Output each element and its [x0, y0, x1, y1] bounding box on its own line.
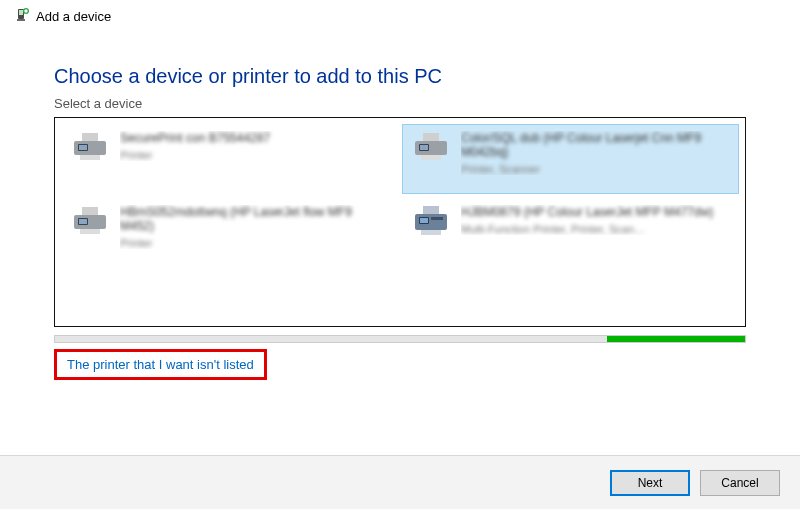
- svg-rect-19: [79, 219, 87, 224]
- printer-icon: [411, 131, 451, 163]
- mfp-printer-icon: [411, 205, 451, 237]
- device-type: Multi-Function Printer, Printer, Scan…: [461, 223, 730, 235]
- printer-icon: [70, 131, 110, 163]
- svg-rect-21: [423, 206, 439, 214]
- window-title: Add a device: [36, 9, 111, 24]
- not-listed-row: The printer that I want isn't listed: [54, 349, 746, 380]
- device-name: HJBM0879 (HP Colour LaserJet MFP M477dw): [461, 205, 730, 219]
- device-name: Color/SQL dub (HP Colour Laserjet Cnn MF…: [461, 131, 730, 159]
- svg-rect-10: [80, 155, 100, 160]
- device-list: SecurePrint con B75544287 Printer Color/…: [54, 117, 746, 327]
- svg-rect-5: [24, 11, 28, 12]
- svg-rect-25: [431, 217, 443, 220]
- svg-rect-24: [420, 218, 428, 223]
- page-subheading: Select a device: [54, 96, 746, 111]
- printer-not-listed-link[interactable]: The printer that I want isn't listed: [67, 357, 254, 372]
- device-type: Printer, Scanner: [461, 163, 730, 175]
- progress-fill: [607, 336, 745, 342]
- svg-rect-9: [79, 145, 87, 150]
- svg-rect-1: [19, 10, 23, 15]
- svg-rect-16: [82, 207, 98, 215]
- device-item[interactable]: HJBM0879 (HP Colour LaserJet MFP M477dw)…: [402, 198, 739, 268]
- svg-rect-26: [421, 230, 441, 235]
- device-item-selected[interactable]: Color/SQL dub (HP Colour Laserjet Cnn MF…: [402, 124, 739, 194]
- device-name: SecurePrint con B75544287: [120, 131, 389, 145]
- svg-rect-2: [17, 19, 25, 21]
- svg-rect-15: [421, 155, 441, 160]
- content-area: Choose a device or printer to add to thi…: [0, 33, 800, 380]
- svg-rect-14: [420, 145, 428, 150]
- device-text: HBmS052mdottwnq (HP LaserJet flow MF9 M4…: [120, 205, 389, 249]
- dialog-footer: Next Cancel: [0, 455, 800, 509]
- device-type: Printer: [120, 237, 389, 249]
- next-button[interactable]: Next: [610, 470, 690, 496]
- search-progress-bar: [54, 335, 746, 343]
- svg-rect-11: [423, 133, 439, 141]
- device-text: SecurePrint con B75544287 Printer: [120, 131, 389, 161]
- title-bar: Add a device: [0, 0, 800, 33]
- svg-rect-20: [80, 229, 100, 234]
- device-item[interactable]: HBmS052mdottwnq (HP LaserJet flow MF9 M4…: [61, 198, 398, 268]
- svg-rect-6: [82, 133, 98, 141]
- device-wizard-icon: [14, 8, 30, 24]
- device-text: Color/SQL dub (HP Colour Laserjet Cnn MF…: [461, 131, 730, 175]
- device-item[interactable]: SecurePrint con B75544287 Printer: [61, 124, 398, 194]
- printer-icon: [70, 205, 110, 237]
- device-text: HJBM0879 (HP Colour LaserJet MFP M477dw)…: [461, 205, 730, 235]
- cancel-button[interactable]: Cancel: [700, 470, 780, 496]
- page-heading: Choose a device or printer to add to thi…: [54, 65, 746, 88]
- device-name: HBmS052mdottwnq (HP LaserJet flow MF9 M4…: [120, 205, 389, 233]
- highlight-box: The printer that I want isn't listed: [54, 349, 267, 380]
- device-type: Printer: [120, 149, 389, 161]
